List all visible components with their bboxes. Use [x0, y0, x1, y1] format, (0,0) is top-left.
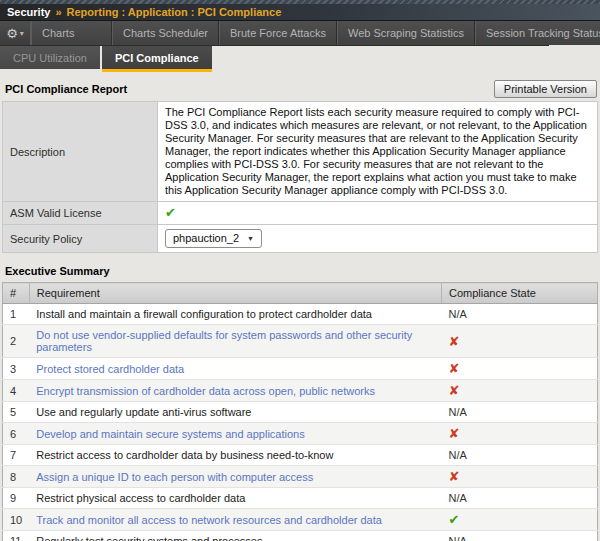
compliance-state-na: N/A [442, 488, 598, 509]
requirement-cell: Encrypt transmission of cardholder data … [29, 380, 441, 402]
row-number: 9 [3, 488, 30, 509]
requirement-link[interactable]: Develop and maintain secure systems and … [36, 428, 304, 440]
compliance-state-cell: ✘ [442, 358, 598, 380]
executive-summary-table: # Requirement Compliance State 1Install … [2, 282, 598, 541]
table-row: 8Assign a unique ID to each person with … [3, 466, 598, 488]
requirement-text: Restrict access to cardholder data by bu… [29, 445, 441, 466]
security-policy-selected-value: phpauction_2 [173, 232, 239, 245]
asm-license-row: ASM Valid License ✔ [3, 202, 598, 225]
table-row: 7Restrict access to cardholder data by b… [3, 445, 598, 466]
select-arrow-icon: ▼ [247, 232, 254, 245]
requirement-text: Install and maintain a firewall configur… [29, 304, 441, 325]
executive-summary-title: Executive Summary [5, 265, 598, 277]
report-info-table: Description The PCI Compliance Report li… [2, 101, 598, 253]
compliance-state-cell: ✘ [442, 325, 598, 358]
column-header-compliance-state: Compliance State [442, 283, 598, 304]
requirement-text: Restrict physical access to cardholder d… [29, 488, 441, 509]
menu-tab-session-tracking-status[interactable]: Session Tracking Status [475, 21, 600, 45]
summary-header-row: # Requirement Compliance State [3, 283, 598, 304]
asm-license-label: ASM Valid License [3, 202, 158, 225]
menu-tab-charts-scheduler[interactable]: Charts Scheduler [112, 21, 219, 45]
table-row: 10Track and monitor all access to networ… [3, 509, 598, 531]
printable-version-button[interactable]: Printable Version [494, 80, 597, 98]
requirement-text: Regularly test security systems and proc… [29, 531, 441, 541]
sub-tab-bar: CPU UtilizationPCI Compliance [0, 46, 600, 72]
row-number: 3 [3, 358, 30, 380]
row-number: 5 [3, 402, 30, 423]
menu-tab-bar: ⚙ ▾ ChartsCharts SchedulerBrute Force At… [0, 21, 549, 46]
table-row: 2Do not use vendor-supplied defaults for… [3, 325, 598, 358]
breadcrumb-trail: Reporting : Application : PCI Compliance [67, 6, 282, 18]
tab-pci-compliance[interactable]: PCI Compliance [102, 46, 212, 72]
requirement-cell: Assign a unique ID to each person with c… [29, 466, 441, 488]
gear-icon: ⚙ [6, 27, 18, 40]
requirement-cell: Protect stored cardholder data [29, 358, 441, 380]
table-row: 9Restrict physical access to cardholder … [3, 488, 598, 509]
row-number: 10 [3, 509, 30, 531]
row-number: 6 [3, 423, 30, 445]
description-label: Description [3, 102, 158, 202]
row-number: 1 [3, 304, 30, 325]
page-content: PCI Compliance Report Printable Version … [0, 76, 600, 541]
security-policy-select[interactable]: phpauction_2 ▼ [165, 229, 262, 248]
column-header-requirement: Requirement [29, 283, 441, 304]
menu-tab-charts[interactable]: Charts [31, 21, 112, 45]
table-row: 1Install and maintain a firewall configu… [3, 304, 598, 325]
compliance-state-cell: ✘ [442, 466, 598, 488]
non-compliant-x-icon: ✘ [449, 426, 460, 441]
security-policy-row: Security Policy phpauction_2 ▼ [3, 225, 598, 253]
breadcrumb-separator: » [55, 6, 61, 18]
compliance-state-cell: ✘ [442, 380, 598, 402]
requirement-link[interactable]: Track and monitor all access to network … [36, 514, 382, 526]
requirement-link[interactable]: Assign a unique ID to each person with c… [36, 471, 313, 483]
non-compliant-x-icon: ✘ [449, 469, 460, 484]
compliance-state-na: N/A [442, 445, 598, 466]
compliance-state-na: N/A [442, 402, 598, 423]
security-policy-label: Security Policy [3, 225, 158, 253]
row-number: 2 [3, 325, 30, 358]
description-text: The PCI Compliance Report lists each sec… [158, 102, 598, 202]
row-number: 11 [3, 531, 30, 541]
table-row: 4Encrypt transmission of cardholder data… [3, 380, 598, 402]
requirement-link[interactable]: Encrypt transmission of cardholder data … [36, 385, 375, 397]
non-compliant-x-icon: ✘ [449, 383, 460, 398]
compliance-state-na: N/A [442, 304, 598, 325]
license-valid-check-icon: ✔ [165, 205, 176, 220]
requirement-cell: Develop and maintain secure systems and … [29, 423, 441, 445]
requirement-text: Use and regularly update anti-virus soft… [29, 402, 441, 423]
row-number: 7 [3, 445, 30, 466]
page-title: PCI Compliance Report [3, 83, 127, 95]
report-header-bar: PCI Compliance Report Printable Version [2, 76, 598, 101]
chevron-down-icon: ▾ [20, 29, 24, 38]
breadcrumb: Security » Reporting : Application : PCI… [0, 4, 600, 21]
table-row: 5Use and regularly update anti-virus sof… [3, 402, 598, 423]
menu-tab-web-scraping-statistics[interactable]: Web Scraping Statistics [337, 21, 475, 45]
description-row: Description The PCI Compliance Report li… [3, 102, 598, 202]
tab-cpu-utilization[interactable]: CPU Utilization [0, 46, 100, 69]
row-number: 4 [3, 380, 30, 402]
table-row: 6Develop and maintain secure systems and… [3, 423, 598, 445]
breadcrumb-section[interactable]: Security [7, 6, 50, 18]
table-row: 11Regularly test security systems and pr… [3, 531, 598, 541]
requirement-link[interactable]: Do not use vendor-supplied defaults for … [36, 329, 412, 353]
compliant-check-icon: ✔ [449, 512, 460, 527]
summary-table-body: 1Install and maintain a firewall configu… [3, 304, 598, 541]
compliance-state-cell: ✔ [442, 509, 598, 531]
compliance-state-na: N/A [442, 531, 598, 541]
non-compliant-x-icon: ✘ [449, 361, 460, 376]
requirement-cell: Track and monitor all access to network … [29, 509, 441, 531]
requirement-cell: Do not use vendor-supplied defaults for … [29, 325, 441, 358]
table-row: 3Protect stored cardholder data✘ [3, 358, 598, 380]
compliance-state-cell: ✘ [442, 423, 598, 445]
menu-tab-brute-force-attacks[interactable]: Brute Force Attacks [219, 21, 337, 45]
non-compliant-x-icon: ✘ [449, 334, 460, 349]
requirement-link[interactable]: Protect stored cardholder data [36, 363, 184, 375]
settings-gear-button[interactable]: ⚙ ▾ [0, 21, 31, 45]
row-number: 8 [3, 466, 30, 488]
column-header-number: # [3, 283, 30, 304]
